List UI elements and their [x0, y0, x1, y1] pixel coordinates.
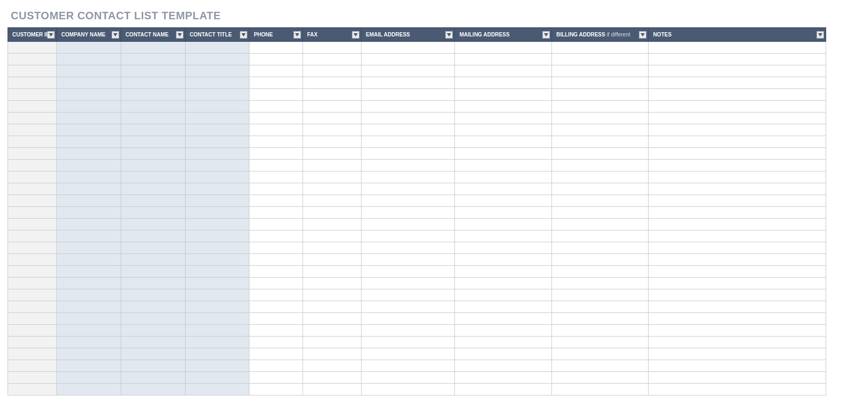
cell[interactable] [455, 372, 551, 384]
cell[interactable] [303, 230, 362, 242]
cell[interactable] [362, 242, 455, 254]
cell[interactable] [362, 325, 455, 337]
cell[interactable] [8, 289, 57, 301]
cell[interactable] [455, 242, 551, 254]
cell[interactable] [249, 101, 303, 113]
cell[interactable] [121, 65, 185, 77]
cell[interactable] [8, 372, 57, 384]
cell[interactable] [121, 54, 185, 65]
cell[interactable] [649, 183, 826, 195]
cell[interactable] [249, 230, 303, 242]
cell[interactable] [8, 195, 57, 207]
cell[interactable] [57, 77, 121, 89]
cell[interactable] [249, 384, 303, 395]
cell[interactable] [649, 65, 826, 77]
cell[interactable] [249, 207, 303, 219]
cell[interactable] [649, 254, 826, 266]
cell[interactable] [649, 230, 826, 242]
cell[interactable] [362, 65, 455, 77]
cell[interactable] [185, 207, 249, 219]
cell[interactable] [551, 301, 648, 313]
cell[interactable] [57, 301, 121, 313]
cell[interactable] [8, 148, 57, 160]
cell[interactable] [8, 301, 57, 313]
cell[interactable] [649, 195, 826, 207]
cell[interactable] [362, 254, 455, 266]
cell[interactable] [185, 325, 249, 337]
cell[interactable] [551, 325, 648, 337]
cell[interactable] [649, 384, 826, 395]
cell[interactable] [121, 313, 185, 325]
cell[interactable] [249, 54, 303, 65]
cell[interactable] [8, 136, 57, 148]
cell[interactable] [57, 219, 121, 230]
cell[interactable] [455, 325, 551, 337]
cell[interactable] [303, 54, 362, 65]
cell[interactable] [185, 219, 249, 230]
cell[interactable] [121, 230, 185, 242]
cell[interactable] [185, 77, 249, 89]
cell[interactable] [8, 325, 57, 337]
cell[interactable] [649, 113, 826, 124]
cell[interactable] [121, 348, 185, 360]
filter-dropdown-icon[interactable] [293, 31, 301, 39]
cell[interactable] [455, 113, 551, 124]
cell[interactable] [121, 384, 185, 395]
cell[interactable] [249, 148, 303, 160]
cell[interactable] [185, 337, 249, 348]
cell[interactable] [551, 65, 648, 77]
cell[interactable] [551, 77, 648, 89]
cell[interactable] [121, 278, 185, 289]
cell[interactable] [57, 195, 121, 207]
cell[interactable] [551, 160, 648, 171]
cell[interactable] [249, 278, 303, 289]
cell[interactable] [649, 101, 826, 113]
cell[interactable] [185, 136, 249, 148]
filter-dropdown-icon[interactable] [352, 31, 359, 39]
cell[interactable] [303, 242, 362, 254]
cell[interactable] [455, 219, 551, 230]
cell[interactable] [362, 42, 455, 54]
cell[interactable] [362, 348, 455, 360]
cell[interactable] [8, 101, 57, 113]
cell[interactable] [249, 348, 303, 360]
cell[interactable] [57, 148, 121, 160]
cell[interactable] [551, 136, 648, 148]
cell[interactable] [57, 278, 121, 289]
cell[interactable] [185, 230, 249, 242]
cell[interactable] [551, 101, 648, 113]
cell[interactable] [455, 160, 551, 171]
cell[interactable] [8, 65, 57, 77]
cell[interactable] [362, 148, 455, 160]
cell[interactable] [121, 77, 185, 89]
cell[interactable] [57, 113, 121, 124]
cell[interactable] [8, 77, 57, 89]
cell[interactable] [303, 219, 362, 230]
cell[interactable] [57, 384, 121, 395]
cell[interactable] [551, 124, 648, 136]
cell[interactable] [362, 384, 455, 395]
cell[interactable] [121, 195, 185, 207]
cell[interactable] [57, 230, 121, 242]
cell[interactable] [649, 77, 826, 89]
cell[interactable] [8, 160, 57, 171]
cell[interactable] [551, 242, 648, 254]
cell[interactable] [249, 183, 303, 195]
cell[interactable] [185, 113, 249, 124]
cell[interactable] [551, 89, 648, 101]
cell[interactable] [57, 101, 121, 113]
cell[interactable] [362, 301, 455, 313]
cell[interactable] [121, 219, 185, 230]
cell[interactable] [57, 348, 121, 360]
cell[interactable] [362, 195, 455, 207]
cell[interactable] [185, 65, 249, 77]
cell[interactable] [303, 266, 362, 278]
filter-dropdown-icon[interactable] [176, 31, 183, 39]
cell[interactable] [185, 372, 249, 384]
cell[interactable] [303, 313, 362, 325]
cell[interactable] [362, 171, 455, 183]
cell[interactable] [185, 254, 249, 266]
cell[interactable] [649, 42, 826, 54]
cell[interactable] [249, 77, 303, 89]
cell[interactable] [551, 266, 648, 278]
